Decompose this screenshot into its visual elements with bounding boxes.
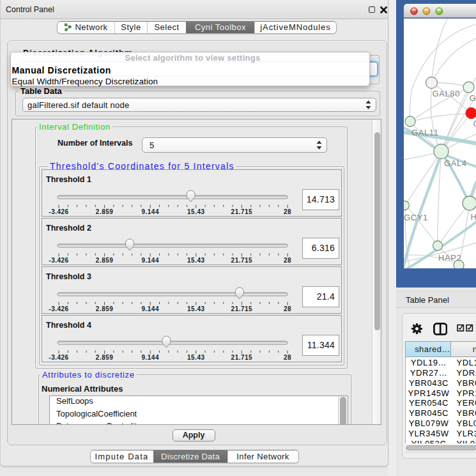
svg-text:9.144: 9.144 xyxy=(141,354,159,361)
svg-text:15.43: 15.43 xyxy=(187,305,205,312)
svg-text:21.715: 21.715 xyxy=(231,257,253,264)
svg-text:9.144: 9.144 xyxy=(141,208,159,215)
svg-text:-3.426: -3.426 xyxy=(49,354,68,361)
svg-text:28: 28 xyxy=(284,257,291,264)
svg-text:28: 28 xyxy=(284,208,291,215)
svg-text:-3.426: -3.426 xyxy=(49,305,68,312)
svg-text:15.43: 15.43 xyxy=(187,257,205,264)
svg-text:GAL2: GAL2 xyxy=(469,93,476,103)
svg-text:2.859: 2.859 xyxy=(96,354,114,361)
svg-text:9.144: 9.144 xyxy=(141,257,159,264)
svg-text:21.715: 21.715 xyxy=(231,354,253,361)
svg-text:2.859: 2.859 xyxy=(96,305,114,312)
svg-text:GAL80: GAL80 xyxy=(432,89,459,98)
svg-text:15.43: 15.43 xyxy=(187,208,205,215)
svg-text:28: 28 xyxy=(284,305,291,312)
svg-text:2.859: 2.859 xyxy=(96,208,114,215)
svg-text:9.144: 9.144 xyxy=(141,305,159,312)
svg-text:21.715: 21.715 xyxy=(231,208,253,215)
svg-text:15.43: 15.43 xyxy=(187,354,205,361)
svg-text:GAL4: GAL4 xyxy=(444,158,467,168)
svg-text:GAL11: GAL11 xyxy=(411,128,439,137)
svg-text:-3.426: -3.426 xyxy=(49,208,68,215)
svg-text:GCY1: GCY1 xyxy=(404,213,428,222)
svg-text:21.715: 21.715 xyxy=(231,305,253,312)
svg-text:2.859: 2.859 xyxy=(96,257,114,264)
svg-text:28: 28 xyxy=(284,354,291,361)
svg-text:-3.426: -3.426 xyxy=(49,257,68,264)
svg-text:HIS4: HIS4 xyxy=(470,212,476,222)
svg-text:C: C xyxy=(473,119,476,128)
svg-text:HAP2: HAP2 xyxy=(438,253,461,263)
